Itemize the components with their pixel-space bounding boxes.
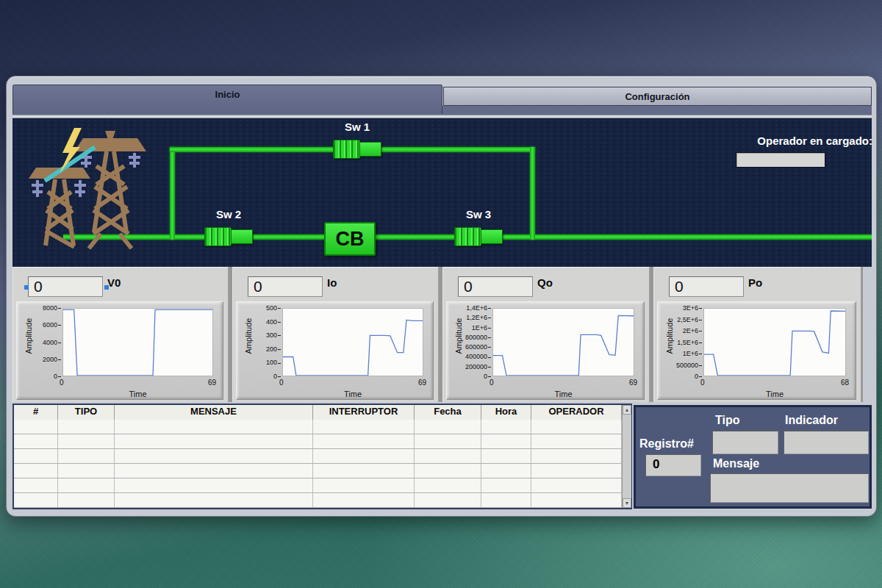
table-cell[interactable] <box>531 478 622 493</box>
table-cell[interactable] <box>14 420 58 434</box>
y-axis-ticks: 80006000400020000 <box>32 304 61 380</box>
y-axis-ticks: 3E+62,5E+62E+61,5E+61E+65000000 <box>673 304 702 380</box>
table-cell[interactable] <box>313 493 415 508</box>
table-cell[interactable] <box>14 493 58 508</box>
table-cell[interactable] <box>313 420 415 434</box>
operator-input[interactable] <box>736 152 825 168</box>
scada-panel: Sw 1 Sw 2 Sw 3 CB Operador en cargado: <box>12 118 872 267</box>
selection-handle-icon <box>24 285 29 290</box>
transmission-towers-graphic <box>18 122 158 256</box>
qo-value-input[interactable]: 0 <box>458 276 533 297</box>
circuit-line-loop-right <box>530 147 535 240</box>
column-header[interactable]: INTERRUPTOR <box>313 405 415 421</box>
table-cell[interactable] <box>415 464 481 478</box>
table-cell[interactable] <box>14 449 58 464</box>
circuit-breaker[interactable]: CB <box>324 222 376 256</box>
table-cell[interactable] <box>58 434 115 449</box>
x-axis-label: Time <box>282 390 423 398</box>
column-header[interactable]: Fecha <box>415 405 481 421</box>
switch-2-slider <box>231 229 253 244</box>
table-cell[interactable] <box>415 493 481 508</box>
table-cell[interactable] <box>531 464 622 478</box>
chart-panel-po: 0PoAmplitude3E+62,5E+62E+61,5E+61E+65000… <box>653 267 861 402</box>
chart-title-io: Io <box>327 276 337 289</box>
column-header[interactable]: MENSAJE <box>115 405 313 421</box>
table-cell[interactable] <box>115 493 313 508</box>
v0-value-input[interactable]: 0 <box>28 276 103 297</box>
x-axis-ticks: 068 <box>700 379 849 387</box>
indicador-label: Indicador <box>785 414 838 427</box>
table-cell[interactable] <box>115 478 313 493</box>
x-axis-label: Time <box>62 390 213 398</box>
chart-panel-io: 0IoAmplitude5004003002001000069Time <box>232 267 439 402</box>
tipo-field[interactable] <box>712 431 778 454</box>
switch-2[interactable] <box>204 227 253 246</box>
table-cell[interactable] <box>531 434 622 449</box>
scroll-up-arrow-icon[interactable]: ▲ <box>623 405 631 415</box>
charts-strip: 0V0Amplitude80006000400020000069Time0IoA… <box>12 267 863 402</box>
table-cell[interactable] <box>58 478 115 493</box>
table-cell[interactable] <box>14 464 58 478</box>
table-cell[interactable] <box>415 420 481 434</box>
plot-area <box>62 308 213 376</box>
table-cell[interactable] <box>415 478 481 493</box>
table-cell[interactable] <box>481 464 531 478</box>
table-scrollbar[interactable]: ▲ ▼ <box>622 405 631 508</box>
table-cell[interactable] <box>14 478 58 493</box>
table-cell[interactable] <box>58 493 115 508</box>
table-cell[interactable] <box>531 449 622 464</box>
mensaje-label: Mensaje <box>713 457 759 470</box>
tab-inicio[interactable]: Inicio <box>12 85 442 114</box>
column-header[interactable]: OPERADOR <box>531 405 622 421</box>
separator-groove <box>12 115 872 118</box>
switch-1-slider <box>359 142 381 157</box>
table-cell[interactable] <box>481 420 531 434</box>
table-cell[interactable] <box>531 420 622 434</box>
switch-2-body <box>204 227 232 246</box>
table-cell[interactable] <box>481 478 531 493</box>
switch-1[interactable] <box>333 140 381 159</box>
table-cell[interactable] <box>14 434 58 449</box>
table-cell[interactable] <box>313 449 415 464</box>
x-axis-ticks: 069 <box>490 379 637 387</box>
tipo-label: Tipo <box>715 414 739 427</box>
table-cell[interactable] <box>115 464 313 478</box>
qo-graph: Amplitude1,4E+61,2E+61E+6800000600000400… <box>446 301 645 400</box>
table-cell[interactable] <box>115 434 313 449</box>
column-header[interactable]: TIPO <box>58 405 115 421</box>
v0-graph: Amplitude80006000400020000069Time <box>16 301 223 400</box>
io-value-input[interactable]: 0 <box>248 276 323 297</box>
mensaje-field[interactable] <box>710 473 869 503</box>
registro-number-field[interactable]: 0 <box>645 454 701 476</box>
table-cell[interactable] <box>481 434 531 449</box>
table-cell[interactable] <box>531 493 622 508</box>
main-window: Inicio Configuración <box>6 76 877 517</box>
x-axis-label: Time <box>703 390 846 398</box>
table-cell[interactable] <box>313 434 415 449</box>
scroll-down-arrow-icon[interactable]: ▼ <box>623 498 631 508</box>
column-header[interactable]: Hora <box>481 405 531 421</box>
table-cell[interactable] <box>313 464 415 478</box>
chart-panel-qo: 0QoAmplitude1,4E+61,2E+61E+6800000600000… <box>442 267 650 402</box>
table-cell[interactable] <box>481 449 531 464</box>
plot-area <box>492 308 634 376</box>
table-cell[interactable] <box>58 420 115 434</box>
event-table-grid[interactable]: #TIPOMENSAJEINTERRUPTORFechaHoraOPERADOR <box>14 405 622 508</box>
table-cell[interactable] <box>58 449 115 464</box>
po-value-input[interactable]: 0 <box>669 276 744 297</box>
registro-panel: Registro# 0 Tipo Indicador Mensaje <box>634 405 872 509</box>
table-cell[interactable] <box>58 464 115 478</box>
indicador-field[interactable] <box>784 431 869 454</box>
table-cell[interactable] <box>115 420 313 434</box>
io-graph: Amplitude5004003002001000069Time <box>236 301 434 400</box>
switch-1-label: Sw 1 <box>331 121 383 133</box>
switch-3[interactable] <box>454 227 503 246</box>
table-cell[interactable] <box>115 449 313 464</box>
column-header[interactable]: # <box>14 405 58 421</box>
table-cell[interactable] <box>313 478 415 493</box>
x-axis-label: Time <box>492 390 634 398</box>
tab-configuracion[interactable]: Configuración <box>443 87 872 106</box>
table-cell[interactable] <box>415 434 481 449</box>
table-cell[interactable] <box>415 449 481 464</box>
table-cell[interactable] <box>481 493 531 508</box>
